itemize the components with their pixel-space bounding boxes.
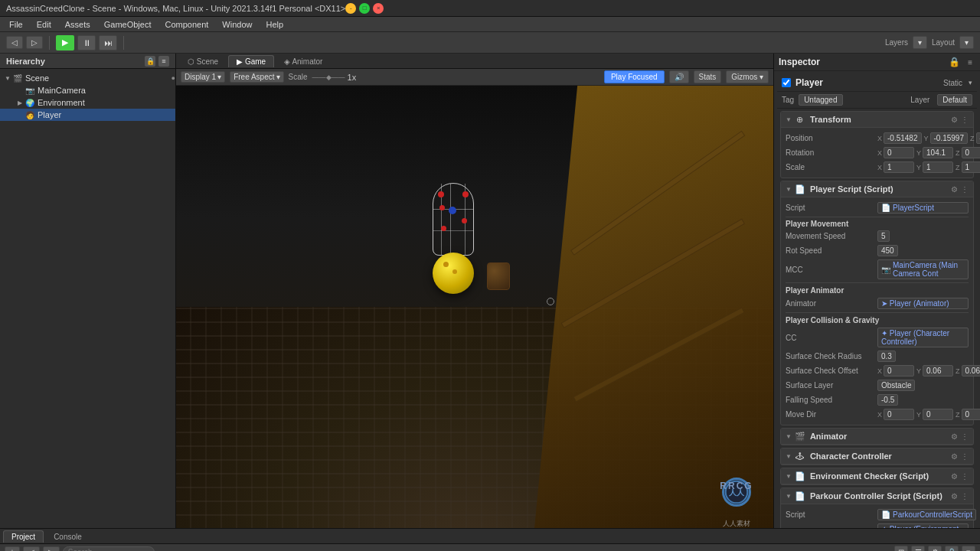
obj-active-checkbox[interactable] (782, 78, 791, 87)
pause-button[interactable]: ⏸ (77, 35, 96, 51)
transform-more[interactable]: ⋮ (961, 116, 969, 124)
player-script-header[interactable]: ▼ 📄 Player Script (Script) ⚙ ⋮ (781, 181, 973, 197)
transform-header[interactable]: ▼ ⊕ Transform ⚙ ⋮ (781, 112, 973, 128)
toolbar-forward[interactable]: ▷ (26, 36, 43, 49)
sc-z-val[interactable]: 1 (962, 161, 980, 173)
gizmos-btn[interactable]: Gizmos ▾ (726, 70, 769, 83)
rot-z-val[interactable]: 0 (962, 147, 980, 158)
menu-gameobject[interactable]: GameObject (98, 18, 158, 31)
inspector-more[interactable]: ≡ (965, 57, 975, 67)
pc-header[interactable]: ▼ 📄 Parkour Controller Script (Script) ⚙… (781, 488, 973, 504)
hier-environment[interactable]: ▶ 🌍 Environment (0, 96, 175, 109)
animator-header[interactable]: ▼ 🎬 Animator ⚙ ⋮ (781, 429, 973, 445)
anim-more[interactable]: ⋮ (961, 432, 969, 441)
player-label: Player (38, 110, 61, 119)
ec-header[interactable]: ▼ 📄 Environment Checker (Script) ⚙ ⋮ (781, 468, 973, 484)
md-x[interactable]: 0 (884, 409, 914, 420)
script-value[interactable]: 📄 PlayerScript (877, 202, 969, 214)
hier-scene[interactable]: ▼ 🎬 Scene ● (0, 72, 175, 84)
rot-y-val[interactable]: 104.1 (923, 147, 953, 158)
menu-file[interactable]: File (3, 18, 29, 31)
pc-script-val[interactable]: 📄 ParkourControllerScript (877, 509, 976, 520)
proj-view-toggle[interactable]: ⊞ (894, 546, 908, 552)
anim-settings[interactable]: ⚙ (951, 432, 958, 441)
sco-y[interactable]: 0.06 (923, 365, 953, 377)
pos-y-val[interactable]: -0.15997 (930, 132, 968, 144)
tab-scene[interactable]: ⬡ Scene (179, 55, 227, 67)
step-button[interactable]: ⏭ (99, 35, 117, 51)
inspector-lock-icon[interactable]: 🔒 (949, 57, 960, 67)
proj-forward-btn[interactable]: ▷ (43, 546, 60, 551)
hier-maincamera[interactable]: 📷 MainCamera (0, 84, 175, 96)
layout-label: Layout (932, 38, 955, 47)
menu-assets[interactable]: Assets (59, 18, 96, 31)
scale-control[interactable]: ——◆—— 1x (312, 73, 357, 82)
sc-y-val[interactable]: 1 (923, 161, 953, 173)
toolbar-back[interactable]: ◁ (6, 36, 23, 49)
proj-settings[interactable]: ⚙ (928, 546, 942, 552)
scr-val[interactable]: 0.3 (877, 350, 896, 362)
titlebar: AssassinCreedClone - Scene - Windows, Ma… (0, 0, 980, 17)
maximize-button[interactable]: □ (359, 3, 370, 14)
sphere-mark-2 (452, 269, 457, 274)
tab-game[interactable]: ▶ Game (228, 55, 274, 67)
ps-more[interactable]: ⋮ (961, 185, 969, 194)
play-focused-button[interactable]: Play Focused (604, 70, 665, 83)
static-arrow[interactable]: ▾ (969, 79, 972, 86)
mvspeed-val[interactable]: 5 (877, 230, 890, 242)
proj-lock[interactable]: 🔒 (945, 546, 959, 552)
hier-more[interactable]: ≡ (158, 56, 169, 67)
menu-edit[interactable]: Edit (31, 18, 57, 31)
cc-comp-header[interactable]: ▼ 🕹 Character Controller ⚙ ⋮ (781, 448, 973, 465)
speaker-btn[interactable]: 🔊 (669, 70, 689, 83)
layer-value[interactable]: Default (937, 94, 972, 106)
ps-settings[interactable]: ⚙ (951, 185, 958, 194)
minimize-button[interactable]: - (345, 3, 356, 14)
sc-x-val[interactable]: 1 (884, 161, 914, 173)
hier-lock[interactable]: 🔒 (145, 56, 155, 67)
proj-add-btn[interactable]: + (5, 546, 20, 551)
aspect-select[interactable]: Free Aspect ▾ (230, 71, 283, 83)
pos-x-val[interactable]: -0.51482 (884, 132, 921, 144)
tab-console[interactable]: Console (45, 530, 90, 543)
menu-component[interactable]: Component (158, 18, 214, 31)
env-label: Environment (38, 98, 85, 107)
menu-help[interactable]: Help (260, 18, 289, 31)
tab-project[interactable]: Project (3, 530, 44, 543)
rotspeed-val[interactable]: 450 (877, 245, 898, 256)
pc-settings[interactable]: ⚙ (951, 492, 958, 500)
sco-z[interactable]: 0.06 (962, 365, 980, 377)
stats-btn[interactable]: Stats (694, 70, 722, 83)
player-area (433, 183, 474, 294)
ec-more[interactable]: ⋮ (961, 472, 969, 481)
layers-btn[interactable]: ▾ (913, 36, 927, 49)
cc-settings[interactable]: ⚙ (951, 452, 958, 461)
ec-settings[interactable]: ⚙ (951, 472, 958, 481)
hier-player[interactable]: 🧑 Player (0, 109, 175, 121)
project-search[interactable] (63, 546, 155, 551)
fs-val[interactable]: -0.5 (877, 394, 898, 406)
proj-more[interactable]: ≡ (962, 546, 975, 552)
pc-more[interactable]: ⋮ (961, 492, 969, 500)
display-select[interactable]: Display 1 ▾ (181, 71, 225, 83)
sl-val[interactable]: Obstacle (877, 380, 915, 391)
mcc-val[interactable]: 📷 MainCamera (Main Camera Cont (877, 259, 969, 279)
sco-x[interactable]: 0 (884, 365, 914, 377)
rot-x-val[interactable]: 0 (884, 147, 914, 158)
md-y[interactable]: 0 (923, 409, 953, 420)
transform-settings[interactable]: ⚙ (951, 116, 958, 124)
proj-back-btn[interactable]: ◁ (23, 546, 40, 551)
cc-more[interactable]: ⋮ (961, 452, 969, 461)
tab-animator[interactable]: ◈ Animator (276, 55, 331, 67)
proj-view-list[interactable]: ☰ (911, 546, 925, 552)
play-button[interactable]: ▶ (56, 35, 74, 51)
pos-z-val[interactable]: 45.3551 (976, 132, 981, 144)
tag-value[interactable]: Untagged (799, 94, 842, 106)
menu-window[interactable]: Window (216, 18, 258, 31)
pc-env-val[interactable]: ✦ Player (Environment Checker) (877, 523, 969, 528)
anim-val[interactable]: ➤ Player (Animator) (877, 298, 969, 309)
md-z[interactable]: 0 (962, 409, 980, 420)
cc-val[interactable]: ✦ Player (Character Controller) (877, 328, 969, 347)
layout-btn[interactable]: ▾ (959, 36, 974, 49)
close-button[interactable]: × (373, 3, 384, 14)
